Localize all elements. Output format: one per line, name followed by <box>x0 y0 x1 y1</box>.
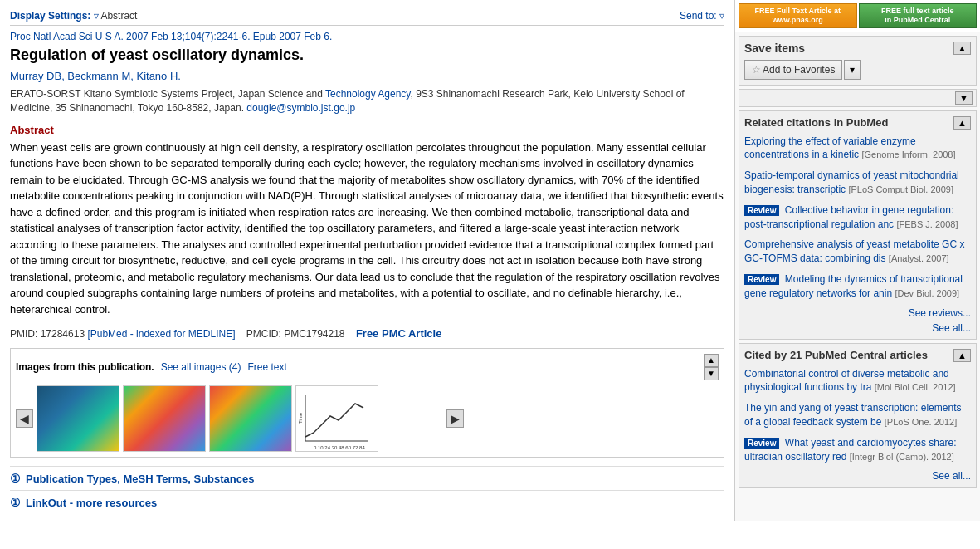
related-citations-title: Related citations in PubMed <box>744 116 888 129</box>
journal-date: 2007 Feb 13;104(7):2241-6. Epub 2007 Feb… <box>126 31 332 42</box>
authors: Murray DB, Beckmann M, Kitano H. <box>10 70 724 82</box>
images-row: 0 10 24 30 48 60 72 84 Time <box>37 385 443 452</box>
send-to-icon[interactable]: ▿ <box>719 10 724 22</box>
cited-1-journal: [Mol Biol Cell. 2012] <box>875 382 956 392</box>
citation-4: Comprehensive analysis of yeast metaboli… <box>744 238 971 266</box>
cited-see-all-container: See all... <box>744 470 971 482</box>
see-reviews-link[interactable]: See reviews... <box>909 307 971 319</box>
citation-2-journal: [PLoS Comput Biol. 2009] <box>848 184 953 194</box>
pmc-banner-line1: FREE full text article <box>861 7 975 16</box>
citation-2: Spatio-temporal dynamics of yeast mitoch… <box>744 169 971 197</box>
image-thumb-1[interactable] <box>37 385 119 452</box>
images-scroll-up[interactable]: ▲ <box>704 354 719 367</box>
tech-agency-link[interactable]: Technology Agency <box>325 88 411 100</box>
star-icon: ☆ <box>752 64 761 76</box>
cited-2-journal: [PLoS One. 2012] <box>885 417 957 427</box>
see-all-images-link[interactable]: See all images (4) <box>161 361 241 373</box>
pmcid: PMCID: PMC1794218 <box>246 328 345 340</box>
publication-types-section: ① Publication Types, MeSH Terms, Substan… <box>10 466 724 490</box>
citation-1-journal: [Genome Inform. 2008] <box>861 150 955 159</box>
linkout-section: ① LinkOut - more resources <box>10 490 724 514</box>
affiliation: ERATO-SORST Kitano Symbiotic Systems Pro… <box>10 87 724 115</box>
pmid: PMID: 17284613 <box>10 328 85 340</box>
cited-by-title: Cited by 21 PubMed Central articles <box>744 349 928 361</box>
pnas-banner[interactable]: FREE Full Text Article at www.pnas.org <box>739 3 857 28</box>
pnas-banner-line1: FREE Full Text Article at <box>741 7 855 16</box>
banners-row: FREE Full Text Article at www.pnas.org F… <box>735 0 980 32</box>
citation-1: Exploring the effect of variable enzyme … <box>744 135 971 163</box>
display-settings-controls: Display Settings: ▿ Abstract <box>10 10 137 22</box>
author-murray[interactable]: Murray DB <box>10 70 61 82</box>
images-scroll-down[interactable]: ▼ <box>704 367 719 380</box>
add-favorites-dropdown[interactable]: ▾ <box>844 60 861 80</box>
see-reviews-container: See reviews... <box>744 307 971 319</box>
display-mode: Abstract <box>100 10 137 22</box>
free-pmc-link[interactable]: Free PMC Article <box>356 327 442 340</box>
cited-see-all-link[interactable]: See all... <box>932 470 971 482</box>
review-badge-3: Review <box>744 205 779 216</box>
images-header: Images from this publication. See all im… <box>16 354 719 380</box>
cited-3-journal: [Integr Biol (Camb). 2012] <box>850 452 954 462</box>
citation-5: Review Modeling the dynamics of transcri… <box>744 272 971 301</box>
save-items-header: Save items ▲ <box>744 42 971 55</box>
pubmed-indexed-link[interactable]: [PubMed - indexed for MEDLINE] <box>87 328 235 340</box>
related-citations-collapse[interactable]: ▲ <box>953 116 971 130</box>
review-badge-cited-3: Review <box>744 438 779 449</box>
journal-link[interactable]: Proc Natl Acad Sci U S A. <box>10 31 124 42</box>
publication-types-toggle[interactable]: ① Publication Types, MeSH Terms, Substan… <box>10 472 724 485</box>
citation-3: Review Collective behavior in gene regul… <box>744 203 971 232</box>
related-citations-section: Related citations in PubMed ▲ Exploring … <box>739 110 977 340</box>
image-thumb-2[interactable] <box>123 385 206 452</box>
images-prev-btn[interactable]: ◀ <box>16 409 33 428</box>
abstract-heading: Abstract <box>10 124 724 136</box>
pmc-banner[interactable]: FREE full text article in PubMed Central <box>859 3 978 28</box>
pmid-line: PMID: 17284613 [PubMed - indexed for MED… <box>10 327 724 340</box>
add-favorites-label: Add to Favorites <box>763 64 835 76</box>
cited-item-2: The yin and yang of yeast transcription:… <box>744 401 971 429</box>
image-thumb-4[interactable]: 0 10 24 30 48 60 72 84 Time <box>295 385 378 452</box>
display-bar: Display Settings: ▿ Abstract Send to: ▿ <box>10 7 724 26</box>
review-badge-5: Review <box>744 274 779 285</box>
right-panel: FREE Full Text Article at www.pnas.org F… <box>735 0 980 521</box>
author-beckmann[interactable]: Beckmann M <box>67 70 130 82</box>
images-next-btn[interactable]: ▶ <box>446 409 464 428</box>
linkout-toggle[interactable]: ① LinkOut - more resources <box>10 496 724 509</box>
pmc-banner-line2: in PubMed Central <box>861 16 975 25</box>
add-favorites-row: ☆ Add to Favorites ▾ <box>744 60 971 80</box>
article-title: Regulation of yeast oscillatory dynamics… <box>10 46 724 65</box>
cited-by-collapse[interactable]: ▲ <box>953 349 971 362</box>
linkout-label: LinkOut - more resources <box>26 497 157 509</box>
cited-item-3: Review What yeast and cardiomyocytes sha… <box>744 436 971 464</box>
citation-4-journal: [Analyst. 2007] <box>889 253 949 263</box>
save-items-collapse-btn[interactable]: ▲ <box>953 42 971 55</box>
display-settings-label[interactable]: Display Settings: <box>10 10 90 22</box>
send-to-link[interactable]: Send to: <box>680 10 717 22</box>
related-see-all-link[interactable]: See all... <box>932 322 971 334</box>
email-link[interactable]: dougie@symbio.jst.go.jp <box>246 102 355 114</box>
citation-5-journal: [Dev Biol. 2009] <box>895 288 959 298</box>
related-see-all-container: See all... <box>744 322 971 334</box>
cited-item-1: Combinatorial control of diverse metabol… <box>744 367 971 395</box>
journal-reference: Proc Natl Acad Sci U S A. 2007 Feb 13;10… <box>10 31 724 42</box>
add-to-favorites-button[interactable]: ☆ Add to Favorites <box>744 60 842 80</box>
send-to-controls: Send to: ▿ <box>680 10 724 22</box>
pnas-banner-line2: www.pnas.org <box>741 16 855 25</box>
images-label: Images from this publication. <box>16 361 154 373</box>
svg-text:0 10 24 30 48 60 72 84: 0 10 24 30 48 60 72 84 <box>314 445 365 450</box>
expand-icon-publication: ① <box>10 472 21 485</box>
image-thumb-3[interactable] <box>209 385 292 452</box>
cited-by-section: Cited by 21 PubMed Central articles ▲ Co… <box>739 343 977 488</box>
expand-icon-linkout: ① <box>10 496 21 509</box>
author-kitano[interactable]: Kitano H <box>136 70 178 82</box>
images-section: Images from this publication. See all im… <box>10 348 724 458</box>
svg-text:Time: Time <box>298 413 303 424</box>
abstract-body: When yeast cells are grown continuously … <box>10 140 724 318</box>
free-text-link[interactable]: Free text <box>247 361 286 373</box>
publication-types-label: Publication Types, MeSH Terms, Substance… <box>26 473 254 485</box>
related-citations-header: Related citations in PubMed ▲ <box>744 116 971 130</box>
display-settings-icon[interactable]: ▿ <box>94 10 99 22</box>
save-items-section: Save items ▲ ☆ Add to Favorites ▾ <box>739 36 977 86</box>
images-container: ◀ 0 10 24 30 48 60 72 84 Time <box>16 385 719 452</box>
save-items-title: Save items <box>744 42 805 55</box>
section-collapse-btn-2[interactable]: ▼ <box>955 91 973 105</box>
